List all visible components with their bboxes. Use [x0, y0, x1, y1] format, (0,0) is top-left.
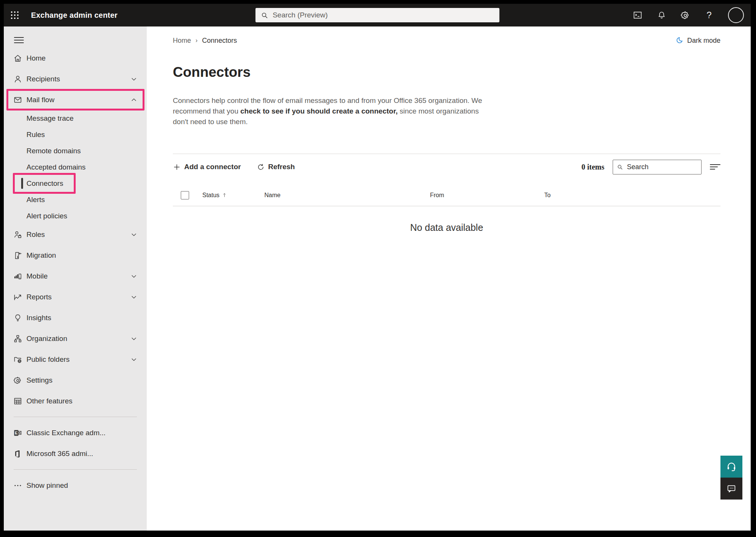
sidebar-item-label: Reports [26, 293, 52, 301]
refresh-icon [257, 163, 265, 171]
account-avatar[interactable] [728, 7, 744, 23]
sidebar-item-reports[interactable]: Reports [4, 286, 147, 307]
classic-exchange-icon: E [13, 428, 22, 437]
top-app-bar: Exchange admin center [4, 4, 751, 26]
connectors-table-header: Status Name From To [173, 184, 720, 206]
settings-gear-button[interactable] [680, 10, 690, 20]
hamburger-icon [14, 36, 24, 44]
sidebar-item-home[interactable]: Home [4, 48, 147, 68]
sidebar-item-roles[interactable]: Roles [4, 224, 147, 245]
list-search-input[interactable] [627, 163, 697, 171]
chevron-down-icon [130, 293, 138, 301]
sidebar-item-migration[interactable]: Migration [4, 245, 147, 266]
global-search-input[interactable] [273, 11, 494, 19]
sidebar-item-show-pinned[interactable]: Show pinned [4, 475, 147, 496]
support-button[interactable] [720, 456, 742, 478]
table-grid-icon [13, 397, 22, 406]
nav-collapse-button[interactable] [4, 33, 147, 48]
page-title: Connectors [173, 64, 720, 80]
feedback-button[interactable] [720, 478, 742, 500]
sidebar-item-label: Mail flow [26, 96, 54, 104]
dark-mode-toggle[interactable]: Dark mode [675, 36, 720, 45]
column-label: From [430, 192, 444, 199]
sidebar-item-alert-policies[interactable]: Alert policies [4, 208, 147, 224]
column-header-to[interactable]: To [544, 192, 720, 199]
powershell-button[interactable] [633, 10, 643, 20]
select-all-checkbox[interactable] [181, 191, 189, 199]
sidebar-item-label: Alert policies [26, 212, 67, 220]
global-search-box[interactable] [255, 8, 499, 22]
ellipsis-icon [13, 481, 22, 490]
sidebar-item-remote-domains[interactable]: Remote domains [4, 143, 147, 159]
sidebar-item-label: Mobile [26, 272, 48, 280]
selected-item-indicator [21, 178, 23, 189]
plus-icon [173, 163, 181, 171]
sidebar-item-insights[interactable]: Insights [4, 307, 147, 328]
column-header-name[interactable]: Name [264, 192, 430, 199]
filter-button[interactable] [710, 163, 720, 171]
sidebar-divider [14, 417, 137, 417]
main-content: Home › Connectors Dark mode Connectors C… [147, 26, 751, 531]
breadcrumb-separator: › [196, 37, 197, 44]
sidebar-item-public-folders[interactable]: Public folders [4, 349, 147, 370]
sidebar-item-settings[interactable]: Settings [4, 370, 147, 391]
breadcrumb-home-link[interactable]: Home [173, 37, 191, 45]
description-emphasis: check to see if you should create a conn… [240, 107, 397, 115]
chevron-down-icon [130, 356, 138, 363]
sidebar-item-rules[interactable]: Rules [4, 126, 147, 143]
sidebar-item-label: Home [26, 54, 46, 62]
list-search-box[interactable] [613, 160, 702, 174]
chevron-down-icon [130, 231, 138, 238]
sidebar-item-label: Accepted domains [26, 163, 85, 171]
envelope-icon [13, 95, 22, 104]
sidebar-item-label: Organization [26, 335, 67, 343]
question-mark-icon: ? [706, 10, 711, 20]
screenshot-frame: Exchange admin center [0, 0, 756, 537]
feedback-chat-icon [726, 483, 737, 494]
list-toolbar: Add a connector Refresh 0 items [173, 154, 720, 180]
sidebar-item-organization[interactable]: Organization [4, 328, 147, 349]
sidebar-item-label: Message trace [26, 114, 74, 123]
sidebar-item-message-trace[interactable]: Message trace [4, 110, 147, 126]
sidebar-item-label: Other features [26, 397, 72, 405]
column-label: Name [264, 192, 281, 199]
microsoft-365-icon [13, 449, 22, 458]
app-launcher-button[interactable] [4, 4, 26, 26]
breadcrumb-current: Connectors [202, 37, 237, 45]
gear-icon [13, 376, 22, 385]
sidebar-item-microsoft-365-admin[interactable]: Microsoft 365 admi... [4, 443, 147, 464]
home-icon [13, 54, 22, 63]
sidebar-item-label: Settings [26, 376, 53, 384]
help-button[interactable]: ? [704, 10, 714, 20]
sidebar-item-connectors[interactable]: Connectors [4, 175, 147, 191]
notifications-button[interactable] [657, 10, 666, 20]
column-header-status[interactable]: Status [202, 192, 264, 199]
search-icon [617, 163, 623, 171]
column-label: To [544, 192, 551, 199]
headset-icon [726, 461, 737, 472]
sidebar-item-accepted-domains[interactable]: Accepted domains [4, 159, 147, 175]
breadcrumb: Home › Connectors [173, 37, 237, 45]
sidebar-item-alerts[interactable]: Alerts [4, 191, 147, 208]
add-connector-button[interactable]: Add a connector [173, 163, 241, 171]
sidebar-item-label: Microsoft 365 admi... [26, 450, 93, 458]
sidebar-item-label: Classic Exchange adm... [26, 429, 106, 437]
left-navigation: Home Recipients Mail flow [4, 26, 147, 531]
moon-icon [675, 36, 683, 45]
lightbulb-icon [13, 313, 22, 322]
sidebar-item-recipients[interactable]: Recipients [4, 68, 147, 89]
sidebar-item-mail-flow[interactable]: Mail flow [4, 89, 147, 110]
column-header-from[interactable]: From [430, 192, 544, 199]
sidebar-item-label: Connectors [26, 179, 63, 188]
sidebar-item-classic-exchange-admin[interactable]: E Classic Exchange adm... [4, 422, 147, 443]
sidebar-item-mobile[interactable]: Mobile [4, 266, 147, 286]
search-icon [261, 11, 268, 19]
floating-action-buttons [720, 456, 742, 500]
sidebar-item-label: Migration [26, 251, 56, 260]
chevron-down-icon [130, 272, 138, 280]
sidebar-item-other-features[interactable]: Other features [4, 391, 147, 411]
sidebar-item-label: Roles [26, 230, 45, 239]
sidebar-divider [14, 469, 137, 470]
refresh-button[interactable]: Refresh [257, 163, 295, 171]
chevron-down-icon [130, 75, 138, 83]
